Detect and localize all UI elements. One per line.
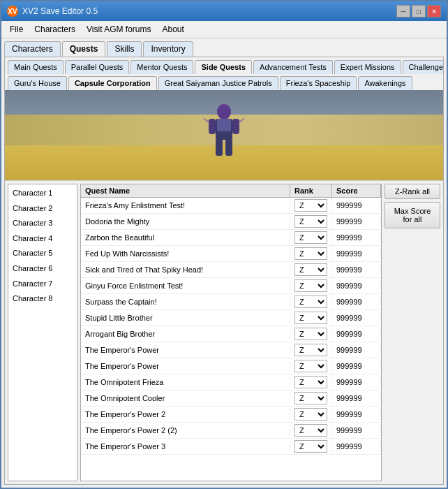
quest-rank-10: Z bbox=[290, 358, 332, 374]
rank-select-0[interactable]: Z bbox=[294, 199, 327, 212]
quest-rank-1: Z bbox=[290, 214, 332, 229]
z-rank-all-button[interactable]: Z-Rank all bbox=[384, 184, 440, 199]
quest-score-3: 999999 bbox=[332, 248, 381, 259]
rank-select-9[interactable]: Z bbox=[294, 344, 327, 356]
svg-marker-11 bbox=[238, 116, 245, 124]
svg-marker-10 bbox=[203, 116, 210, 124]
maximize-button[interactable]: □ bbox=[412, 5, 426, 17]
rank-select-14[interactable]: Z bbox=[294, 424, 327, 437]
menu-characters[interactable]: Characters bbox=[29, 22, 81, 36]
quest-name-12: The Omnipotent Cooler bbox=[81, 393, 290, 404]
quest-rank-14: Z bbox=[290, 423, 332, 438]
tab-great-saiyaman[interactable]: Great Saiyaman Justice Patrols bbox=[158, 76, 278, 90]
menu-about[interactable]: About bbox=[157, 22, 190, 36]
table-row: Ginyu Force Enlistment Test! Z 999999 bbox=[81, 278, 381, 294]
char-item-4[interactable]: Character 4 bbox=[10, 231, 75, 247]
quest-rank-5: Z bbox=[290, 278, 332, 293]
col-header-rank: Rank bbox=[290, 184, 332, 197]
rank-select-5[interactable]: Z bbox=[294, 279, 327, 292]
svg-rect-9 bbox=[225, 138, 232, 156]
rank-select-1[interactable]: Z bbox=[294, 215, 327, 228]
table-row: The Emperor's Power 2 Z 999999 bbox=[81, 407, 381, 423]
quest-name-3: Fed Up With Narcissists! bbox=[81, 248, 290, 259]
quest-name-11: The Omnipotent Frieza bbox=[81, 377, 290, 388]
window-controls: ─ □ ✕ bbox=[396, 5, 441, 17]
tab-mentor-quests[interactable]: Mentor Quests bbox=[130, 60, 193, 74]
quest-score-5: 999999 bbox=[332, 280, 381, 291]
char-item-5[interactable]: Character 5 bbox=[10, 246, 75, 261]
table-row: The Omnipotent Frieza Z 999999 bbox=[81, 374, 381, 391]
menu-file[interactable]: File bbox=[4, 22, 29, 36]
max-score-line1: Max Score bbox=[394, 207, 431, 215]
table-row: Arrogant Big Brother Z 999999 bbox=[81, 326, 381, 342]
rank-select-7[interactable]: Z bbox=[294, 312, 327, 324]
quest-score-0: 999999 bbox=[332, 200, 381, 211]
max-score-button[interactable]: Max Score for all bbox=[384, 202, 440, 228]
col-header-score: Score bbox=[332, 184, 381, 197]
quest-rank-7: Z bbox=[290, 310, 332, 326]
quest-table: Quest Name Rank Score Frieza's Amy Enlis… bbox=[80, 184, 382, 481]
quest-type-tabs: Main Quests Parallel Quests Mentor Quest… bbox=[5, 57, 443, 74]
tab-awakenings[interactable]: Awakenings bbox=[358, 76, 412, 90]
table-row: The Emperor's Power 3 Z 999999 bbox=[81, 439, 381, 455]
tab-side-quests[interactable]: Side Quests bbox=[195, 60, 252, 74]
char-item-7[interactable]: Character 7 bbox=[10, 277, 75, 292]
tab-expert-missions[interactable]: Expert Missions bbox=[334, 60, 401, 74]
tab-capsule-corp[interactable]: Capsule Corporation bbox=[68, 76, 157, 90]
quest-table-container: Quest Name Rank Score Frieza's Amy Enlis… bbox=[80, 184, 440, 481]
quest-rank-15: Z bbox=[290, 439, 332, 454]
table-row: The Emperor's Power Z 999999 bbox=[81, 342, 381, 358]
rank-select-13[interactable]: Z bbox=[294, 408, 327, 421]
quest-rank-8: Z bbox=[290, 326, 332, 342]
tab-friezas-spaceship[interactable]: Frieza's Spaceship bbox=[280, 76, 357, 90]
close-button[interactable]: ✕ bbox=[427, 5, 441, 17]
quest-name-1: Dodoria the Mighty bbox=[81, 216, 290, 227]
tab-challenge[interactable]: Challenge ( bbox=[403, 60, 444, 74]
window-title: XV2 Save Editor 0.5 bbox=[22, 6, 98, 16]
char-item-8[interactable]: Character 8 bbox=[10, 291, 75, 307]
char-item-1[interactable]: Character 1 bbox=[10, 186, 75, 201]
tab-parallel-quests[interactable]: Parallel Quests bbox=[65, 60, 130, 74]
svg-point-0 bbox=[217, 104, 231, 119]
char-item-2[interactable]: Character 2 bbox=[10, 201, 75, 217]
quest-score-7: 999999 bbox=[332, 312, 381, 323]
tab-skills[interactable]: Skills bbox=[107, 41, 142, 57]
tab-main-quests[interactable]: Main Quests bbox=[8, 60, 64, 74]
tab-gurus-house[interactable]: Guru's House bbox=[8, 76, 67, 90]
table-row: Frieza's Amy Enlistment Test! Z 999999 bbox=[81, 198, 381, 214]
rank-select-11[interactable]: Z bbox=[294, 376, 327, 388]
tab-content-area: Main Quests Parallel Quests Mentor Quest… bbox=[4, 57, 444, 485]
quest-rank-6: Z bbox=[290, 294, 332, 309]
main-content: Character 1 Character 2 Character 3 Char… bbox=[5, 181, 443, 484]
rank-select-10[interactable]: Z bbox=[294, 360, 327, 372]
rank-select-12[interactable]: Z bbox=[294, 392, 327, 404]
minimize-button[interactable]: ─ bbox=[396, 5, 410, 17]
table-row: Stupid Little Brother Z 999999 bbox=[81, 310, 381, 326]
rank-select-6[interactable]: Z bbox=[294, 295, 327, 308]
table-row: The Emperor's Power 2 (2) Z 999999 bbox=[81, 423, 381, 439]
tab-quests[interactable]: Quests bbox=[62, 41, 106, 57]
quest-score-1: 999999 bbox=[332, 216, 381, 227]
rank-select-3[interactable]: Z bbox=[294, 247, 327, 260]
char-item-3[interactable]: Character 3 bbox=[10, 216, 75, 231]
rank-select-4[interactable]: Z bbox=[294, 263, 327, 276]
char-item-6[interactable]: Character 6 bbox=[10, 261, 75, 277]
quest-rank-3: Z bbox=[290, 246, 332, 261]
table-row: The Emperor's Power Z 999999 bbox=[81, 358, 381, 374]
menu-bar: File Characters Visit AGM forums About bbox=[1, 21, 447, 38]
rank-select-2[interactable]: Z bbox=[294, 231, 327, 244]
rank-select-8[interactable]: Z bbox=[294, 328, 327, 340]
quest-rank-0: Z bbox=[290, 198, 332, 213]
max-score-line2: for all bbox=[403, 215, 422, 224]
tab-inventory[interactable]: Inventory bbox=[143, 41, 193, 57]
character-preview bbox=[203, 103, 245, 159]
menu-visit-agm[interactable]: Visit AGM forums bbox=[81, 22, 156, 36]
quest-score-12: 999999 bbox=[332, 393, 381, 404]
character-list[interactable]: Character 1 Character 2 Character 3 Char… bbox=[8, 184, 77, 481]
table-row: The Omnipotent Cooler Z 999999 bbox=[81, 391, 381, 407]
tab-characters[interactable]: Characters bbox=[4, 41, 61, 57]
tab-advancement-tests[interactable]: Advancement Tests bbox=[253, 60, 333, 74]
table-body: Frieza's Amy Enlistment Test! Z 999999 D… bbox=[81, 198, 381, 481]
rank-select-15[interactable]: Z bbox=[294, 440, 327, 453]
quest-rank-4: Z bbox=[290, 262, 332, 277]
